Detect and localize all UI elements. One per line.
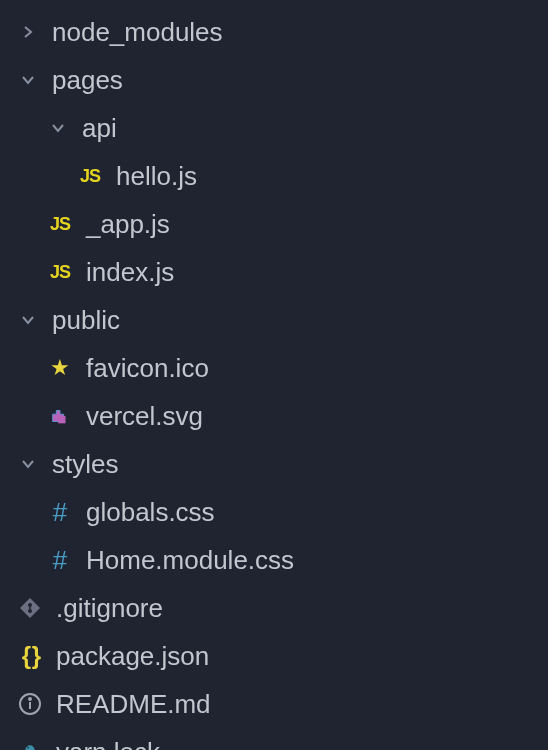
readme-file-icon — [14, 692, 46, 716]
file-label: hello.js — [116, 161, 197, 192]
folder-label: pages — [52, 65, 123, 96]
svg-file-icon — [44, 405, 76, 427]
folder-public[interactable]: public — [0, 296, 548, 344]
file-home-module-css[interactable]: # Home.module.css — [0, 536, 548, 584]
chevron-down-icon — [14, 456, 42, 472]
favicon-icon: ★ — [44, 355, 76, 381]
folder-label: styles — [52, 449, 118, 480]
folder-node-modules[interactable]: node_modules — [0, 8, 548, 56]
folder-pages[interactable]: pages — [0, 56, 548, 104]
file-label: package.json — [56, 641, 209, 672]
file-label: Home.module.css — [86, 545, 294, 576]
file-label: vercel.svg — [86, 401, 203, 432]
file-label: yarn.lock — [56, 737, 160, 751]
chevron-down-icon — [14, 72, 42, 88]
js-file-icon: JS — [44, 262, 76, 283]
folder-label: node_modules — [52, 17, 223, 48]
file-hello-js[interactable]: JS hello.js — [0, 152, 548, 200]
svg-rect-0 — [58, 416, 65, 423]
file-label: .gitignore — [56, 593, 163, 624]
folder-api[interactable]: api — [0, 104, 548, 152]
file-label: index.js — [86, 257, 174, 288]
chevron-down-icon — [44, 120, 72, 136]
yarn-file-icon — [14, 740, 46, 750]
file-app-js[interactable]: JS _app.js — [0, 200, 548, 248]
folder-label: public — [52, 305, 120, 336]
file-vercel-svg[interactable]: vercel.svg — [0, 392, 548, 440]
file-gitignore[interactable]: .gitignore — [0, 584, 548, 632]
css-file-icon: # — [44, 497, 76, 528]
svg-point-6 — [29, 698, 31, 700]
json-file-icon: { } — [14, 642, 46, 670]
git-file-icon — [14, 596, 46, 620]
folder-styles[interactable]: styles — [0, 440, 548, 488]
file-label: globals.css — [86, 497, 215, 528]
file-index-js[interactable]: JS index.js — [0, 248, 548, 296]
file-readme[interactable]: README.md — [0, 680, 548, 728]
file-globals-css[interactable]: # globals.css — [0, 488, 548, 536]
file-label: README.md — [56, 689, 211, 720]
file-yarn-lock[interactable]: yarn.lock — [0, 728, 548, 750]
js-file-icon: JS — [44, 214, 76, 235]
js-file-icon: JS — [74, 166, 106, 187]
folder-label: api — [82, 113, 117, 144]
file-label: favicon.ico — [86, 353, 209, 384]
file-tree: node_modules pages api JS hello.js JS _a… — [0, 8, 548, 750]
file-package-json[interactable]: { } package.json — [0, 632, 548, 680]
file-favicon[interactable]: ★ favicon.ico — [0, 344, 548, 392]
chevron-down-icon — [14, 312, 42, 328]
file-label: _app.js — [86, 209, 170, 240]
css-file-icon: # — [44, 545, 76, 576]
chevron-right-icon — [14, 24, 42, 40]
